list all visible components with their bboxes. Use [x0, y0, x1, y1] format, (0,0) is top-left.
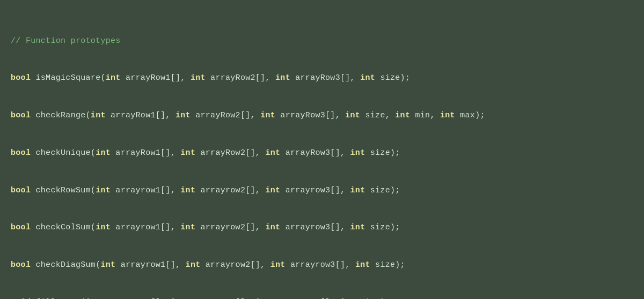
line-1: // Function prototypes	[11, 35, 633, 47]
line-4: bool checkUnique(int arrayRow1[], int ar…	[11, 147, 633, 159]
line-7: bool checkDiagSum(int arrayrow1[], int a…	[11, 259, 633, 271]
line-8: void fillArray(int arrayRow1[], int arra…	[11, 296, 633, 299]
line-6: bool checkColSum(int arrayrow1[], int ar…	[11, 221, 633, 234]
line-2: bool isMagicSquare(int arrayRow1[], int …	[11, 72, 633, 84]
code-content: // Function prototypes bool isMagicSquar…	[11, 10, 633, 299]
code-editor: // Function prototypes bool isMagicSquar…	[0, 0, 644, 299]
line-5: bool checkRowSum(int arrayrow1[], int ar…	[11, 184, 633, 197]
line-3: bool checkRange(int arrayRow1[], int arr…	[11, 109, 633, 122]
